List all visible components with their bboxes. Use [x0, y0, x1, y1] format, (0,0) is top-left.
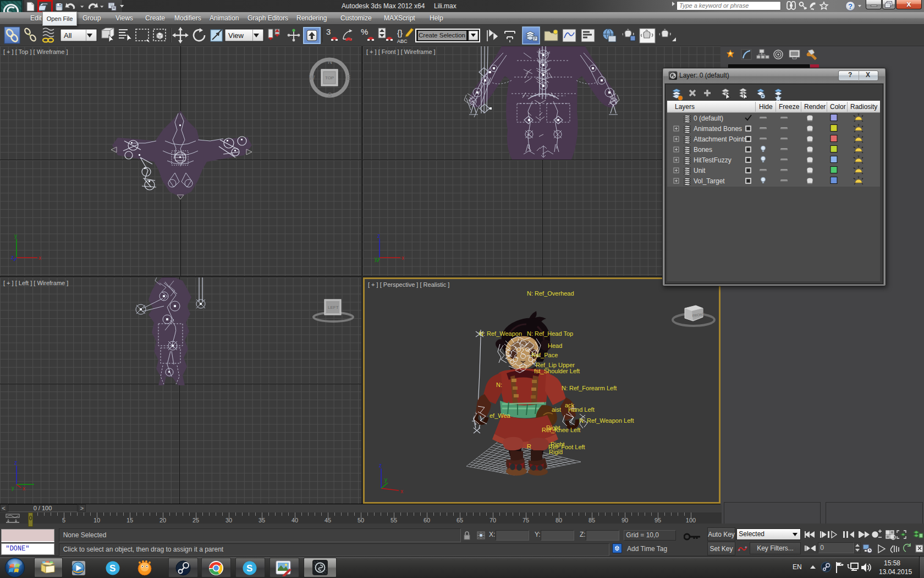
svg-text:LEFT: LEFT [328, 305, 339, 310]
svg-text:S: S [109, 563, 116, 574]
svg-text:z: z [377, 233, 380, 239]
svg-text:Create Selection Se: Create Selection Se [419, 32, 475, 39]
svg-text:All: All [64, 31, 72, 40]
svg-text:0 (default): 0 (default) [694, 114, 723, 122]
svg-text:S: S [328, 91, 332, 98]
svg-text:y: y [384, 477, 387, 483]
svg-text:z: z [14, 460, 17, 466]
svg-text:z: z [11, 254, 14, 260]
svg-text:Vol_Target: Vol_Target [694, 177, 725, 185]
svg-text:Unit: Unit [694, 167, 706, 175]
svg-text:x: x [400, 488, 403, 494]
svg-text:z: z [379, 462, 382, 468]
svg-text:y: y [375, 256, 377, 262]
svg-text:%: % [361, 27, 368, 36]
svg-text:Animated Bones: Animated Bones [694, 125, 742, 133]
svg-text:y: y [14, 233, 17, 239]
svg-text:x: x [402, 255, 404, 261]
svg-text:3: 3 [326, 27, 331, 36]
svg-text:x: x [38, 255, 41, 261]
svg-text:Attachment Points: Attachment Points [694, 135, 747, 143]
svg-text:{}: {} [397, 28, 403, 37]
svg-text:HitTestFuzzy: HitTestFuzzy [694, 156, 732, 164]
svg-text:ABC: ABC [397, 39, 408, 44]
svg-text:E: E [346, 74, 350, 81]
svg-text:Bones: Bones [694, 146, 712, 154]
svg-text:W: W [309, 74, 315, 81]
svg-text:S: S [246, 563, 252, 574]
svg-text:View: View [228, 31, 244, 40]
svg-text:TOP: TOP [325, 75, 334, 80]
svg-text:x: x [23, 486, 25, 492]
svg-text:y: y [12, 485, 14, 491]
svg-text:N: N [328, 58, 332, 65]
